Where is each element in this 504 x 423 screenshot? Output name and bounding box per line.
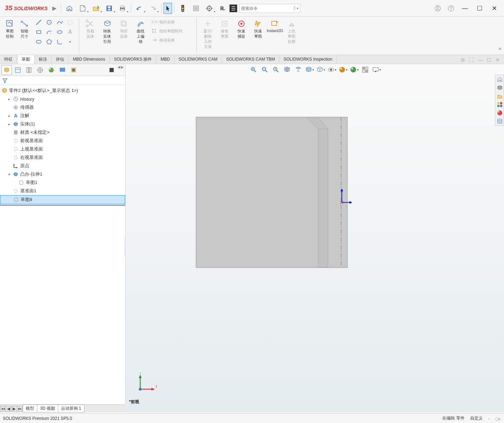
pattern-button[interactable]: 线性草图阵列 (150, 27, 192, 35)
rollback-bar[interactable] (0, 205, 125, 206)
home-button[interactable] (63, 3, 76, 14)
tab-sketch[interactable]: 草图 (17, 55, 35, 64)
rapid-sketch-button[interactable]: 快速草图 (251, 18, 265, 54)
tab-evaluate[interactable]: 评估 (52, 55, 69, 64)
doc-maximize-icon[interactable]: ☐ (486, 56, 493, 64)
text-tool[interactable]: A (66, 28, 75, 36)
sketch-button[interactable]: 草图绘制 (3, 18, 17, 40)
tree-history[interactable]: ▸History (0, 95, 125, 103)
dimxpert-tab[interactable] (35, 65, 45, 75)
zoom-fit-button[interactable] (249, 65, 258, 75)
tree-sketch1[interactable]: 草图1 (0, 178, 125, 187)
curve-offset-button[interactable]: 曲线上偏移 (134, 18, 148, 54)
view-triad[interactable]: Y X (136, 372, 157, 393)
display-style-button[interactable]: ▾ (304, 65, 314, 75)
doc-expand-icon[interactable]: ⛶ (467, 56, 475, 64)
tree-sketch8[interactable]: 草图8 (0, 195, 125, 204)
tree-top-plane[interactable]: 上视基准面 (0, 145, 125, 153)
tab-mbd-dimensions[interactable]: MBD Dimensions (69, 55, 110, 64)
property-tab[interactable] (13, 65, 23, 75)
panel-nav-right[interactable]: ▶ (121, 65, 124, 75)
first-tab-button[interactable]: ⏮ (0, 406, 6, 411)
search-icon[interactable] (293, 6, 295, 11)
more-panel-button[interactable] (106, 65, 117, 75)
task-library-icon[interactable] (496, 92, 504, 100)
redo-button[interactable]: ▾ (146, 3, 159, 14)
graphics-area[interactable]: A ▾ ▾ ▾ ▾ ▾ ▾ (126, 64, 504, 413)
smart-dimension-button[interactable]: 智能尺寸 (17, 18, 31, 40)
filter-icon[interactable] (2, 78, 8, 83)
play-icon[interactable]: ▶ (50, 5, 59, 11)
spline-tool[interactable] (55, 18, 64, 26)
snap-button[interactable]: 快速捕捉 (234, 18, 248, 54)
section-view-button[interactable] (282, 65, 292, 75)
feature-tree-tab[interactable] (1, 65, 12, 75)
open-button[interactable]: ▾ (90, 3, 102, 14)
search-dropdown[interactable]: ▾ (297, 7, 299, 10)
show-relations-button[interactable]: 显示/删除几何关系 (201, 18, 215, 54)
doc-close-icon[interactable]: ✕ (494, 56, 501, 64)
prev-view-button[interactable] (271, 65, 281, 75)
collapse-ribbon-button[interactable]: ^ (498, 47, 501, 53)
save-button[interactable]: ▾ (103, 3, 115, 14)
addin-button[interactable]: ℝ. (216, 3, 229, 14)
doc-minimize-icon[interactable]: — (476, 56, 484, 64)
line-tool[interactable] (34, 18, 43, 26)
view-settings-button[interactable] (360, 65, 370, 75)
arc-tool[interactable] (45, 28, 54, 36)
tab-inspection[interactable]: SOLIDWORKS Inspection (279, 55, 337, 64)
traffic-light-icon[interactable] (176, 3, 189, 14)
search-input[interactable] (241, 6, 293, 11)
hide-show-button[interactable]: ▾ (327, 65, 337, 75)
scene-button[interactable]: ▾ (349, 65, 359, 75)
move-button[interactable]: 移动实体 (150, 36, 192, 44)
tree-extrude[interactable]: ▾凸台-拉伸1 (0, 170, 125, 178)
tree-plane1[interactable]: 基准面1 (0, 187, 125, 195)
render-tab[interactable] (68, 65, 79, 75)
bottom-tab-motion[interactable]: 运动算例 1 (58, 405, 84, 413)
offset-button[interactable]: 等距实体 (117, 18, 131, 54)
sketch-origin[interactable] (339, 188, 353, 205)
print-button[interactable]: ▾ (116, 3, 129, 14)
panel-nav-left[interactable]: ◀ (118, 65, 120, 75)
repair-button[interactable]: 修复草图 (218, 18, 232, 54)
zebra-button[interactable]: A (293, 65, 303, 75)
tab-mbd[interactable]: MBD (156, 55, 174, 64)
ellipse-tool[interactable] (55, 28, 64, 36)
tab-cam-tbm[interactable]: SOLIDWORKS CAM TBM (222, 55, 279, 64)
search-prefix-icon[interactable] (230, 5, 237, 12)
viewport-button[interactable]: ▾ (371, 65, 381, 75)
tree-root[interactable]: 零件2 (默认<<默认>_显示状态 1>) (0, 86, 125, 95)
tree-right-plane[interactable]: 右视基准面 (0, 153, 125, 162)
polygon-tool[interactable] (45, 38, 54, 46)
task-home-icon[interactable] (496, 76, 504, 83)
part-body[interactable] (195, 116, 349, 270)
rectangle-tool[interactable] (34, 28, 43, 36)
task-appearance-icon[interactable] (496, 109, 504, 117)
view-orient-button[interactable]: ▾ (316, 65, 325, 75)
close-button[interactable]: ✕ (487, 3, 501, 14)
help-button[interactable]: ? (445, 3, 457, 14)
status-toggle-icon[interactable] (495, 416, 501, 421)
tree-sensors[interactable]: 传感器 (0, 103, 125, 111)
appearance-tab[interactable] (46, 65, 57, 75)
point-tool[interactable] (66, 38, 75, 46)
user-button[interactable] (431, 3, 444, 14)
fillet-tool[interactable] (55, 38, 64, 46)
tab-addins[interactable]: SOLIDWORKS 插件 (110, 55, 157, 64)
status-units[interactable]: 自定义 (470, 415, 483, 421)
zoom-area-button[interactable] (260, 65, 270, 75)
select-button[interactable]: ▾ (164, 3, 172, 14)
last-tab-button[interactable]: ⏭ (17, 406, 23, 411)
convert-button[interactable]: 转换实体引用 (100, 18, 114, 54)
bottom-tab-3dview[interactable]: 3D 视图 (37, 405, 58, 413)
tree-annotations[interactable]: ▸A注解 (0, 111, 125, 120)
slot-tool[interactable] (34, 38, 43, 46)
minimize-button[interactable]: — (458, 3, 472, 14)
display-tab[interactable] (57, 65, 68, 75)
tree-bodies[interactable]: ▸实体(1) (0, 120, 125, 128)
next-tab-button[interactable]: ▶ (12, 406, 17, 411)
tab-annotate[interactable]: 标注 (35, 55, 52, 64)
mirror-button[interactable]: 镜向实体 (150, 18, 192, 26)
bottom-tab-model[interactable]: 模型 (23, 405, 37, 413)
